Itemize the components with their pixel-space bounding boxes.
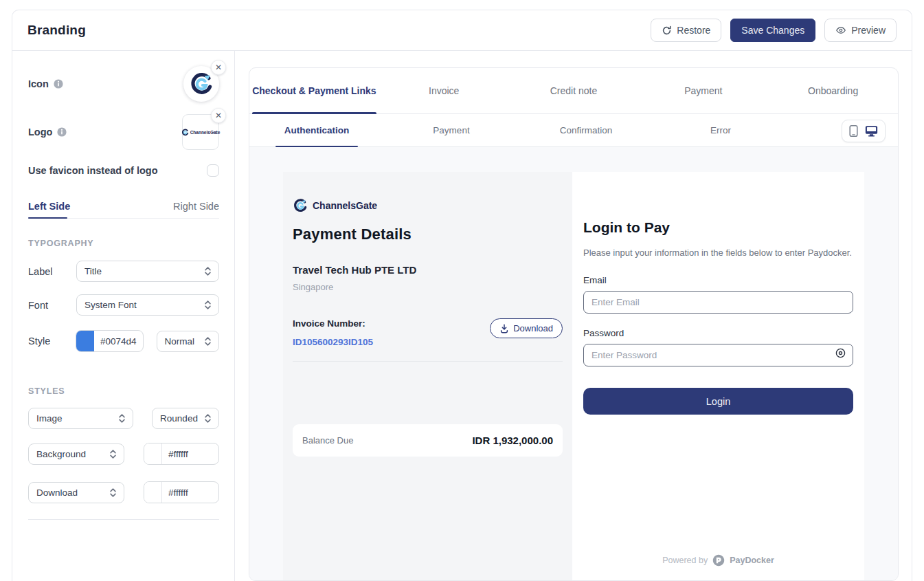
label-select[interactable]: Title <box>76 261 219 282</box>
paydocker-brand-text: PayDocker <box>730 556 774 565</box>
style-row: Style #0074d4 Normal <box>28 330 219 352</box>
font-weight-value: Normal <box>165 336 195 347</box>
email-label: Email <box>583 275 853 285</box>
tab-checkout-payment-links[interactable]: Checkout & Payment Links <box>249 68 379 113</box>
brand-logo-text: ChannelsGate <box>190 130 221 135</box>
email-input[interactable] <box>583 291 853 314</box>
tab-onboarding[interactable]: Onboarding <box>768 68 898 113</box>
chevron-updown-icon <box>109 449 117 459</box>
password-input[interactable] <box>583 344 853 366</box>
tab-right-side[interactable]: Right Side <box>124 201 219 218</box>
background-color-value: #ffffff <box>162 449 194 459</box>
subtab-payment[interactable]: Payment <box>384 114 519 146</box>
branding-app-window: Branding Restore Save Changes Preview <box>12 10 912 581</box>
chevron-updown-icon <box>109 487 117 498</box>
login-title: Login to Pay <box>583 219 853 236</box>
typography-heading: TYPOGRAPHY <box>28 239 219 248</box>
image-style-row: Image Rounded <box>28 408 219 429</box>
info-icon <box>57 127 67 137</box>
font-select[interactable]: System Font <box>76 294 219 316</box>
checkout-preview: ChannelsGate Payment Details Travel Tech… <box>283 172 864 580</box>
toggle-password-visibility-button[interactable] <box>835 347 846 359</box>
use-favicon-checkbox[interactable] <box>207 164 219 177</box>
download-color-picker[interactable]: #ffffff <box>144 481 219 503</box>
mobile-view-button[interactable] <box>849 124 858 138</box>
invoice-info: Invoice Number: ID105600293ID105 <box>293 318 373 347</box>
page-title: Branding <box>27 23 86 38</box>
download-icon <box>499 324 509 333</box>
remove-logo-button[interactable]: ✕ <box>211 108 226 123</box>
login-panel: Login to Pay Please input your informati… <box>572 172 864 580</box>
invoice-row: Invoice Number: ID105600293ID105 Downloa… <box>293 318 563 347</box>
preview-button-label: Preview <box>851 25 886 36</box>
page-type-tabs: Checkout & Payment Links Invoice Credit … <box>249 68 898 114</box>
chevron-updown-icon <box>204 266 212 276</box>
sidebar-divider <box>28 519 219 520</box>
chevron-updown-icon <box>204 413 212 424</box>
channelsgate-g-icon-small <box>181 129 189 136</box>
label-select-value: Title <box>84 266 102 276</box>
save-changes-label: Save Changes <box>741 25 804 36</box>
tab-left-side[interactable]: Left Side <box>28 201 124 218</box>
font-row: Font System Font <box>28 294 219 316</box>
color-swatch[interactable] <box>144 443 162 464</box>
color-swatch[interactable] <box>144 482 162 503</box>
preview-panel-card: Checkout & Payment Links Invoice Credit … <box>249 67 899 581</box>
image-style-select[interactable]: Image <box>28 408 133 429</box>
password-label: Password <box>583 328 853 338</box>
main-content: Checkout & Payment Links Invoice Credit … <box>235 51 912 581</box>
download-style-select[interactable]: Download <box>28 482 124 503</box>
tab-invoice[interactable]: Invoice <box>379 68 509 113</box>
close-icon: ✕ <box>215 63 222 72</box>
download-color-value: #ffffff <box>162 487 194 498</box>
desktop-view-button[interactable] <box>865 125 878 137</box>
color-swatch[interactable] <box>76 331 94 351</box>
image-shape-value: Rounded <box>160 413 198 424</box>
merchant-name: Travel Tech Hub PTE LTD <box>293 264 563 276</box>
tab-credit-note[interactable]: Credit note <box>509 68 639 113</box>
font-field-label: Font <box>28 300 76 311</box>
image-shape-select[interactable]: Rounded <box>152 408 219 429</box>
subtab-authentication[interactable]: Authentication <box>249 114 384 146</box>
favicon-toggle-row: Use favicon instead of logo <box>28 164 219 177</box>
icon-label-text: Icon <box>28 78 49 89</box>
background-color-picker[interactable]: #ffffff <box>144 443 219 465</box>
logo-upload-preview[interactable]: ChannelsGate ✕ <box>182 114 219 150</box>
eye-icon <box>835 347 846 359</box>
background-style-row: Background #ffffff <box>28 443 219 465</box>
font-weight-select[interactable]: Normal <box>157 331 219 352</box>
desktop-icon <box>865 125 878 137</box>
restore-button-label: Restore <box>677 25 710 36</box>
icon-label: Icon <box>28 78 63 89</box>
side-panel-tabs: Left Side Right Side <box>28 201 219 219</box>
style-color-value: #0074d4 <box>94 336 143 347</box>
invoice-divider <box>293 361 563 362</box>
subtab-error[interactable]: Error <box>653 114 788 146</box>
download-invoice-button[interactable]: Download <box>490 318 563 338</box>
header-actions: Restore Save Changes Preview <box>651 19 897 42</box>
merchant-location: Singapore <box>293 282 563 292</box>
chevron-updown-icon <box>118 413 126 424</box>
remove-icon-button[interactable]: ✕ <box>211 60 226 75</box>
style-color-picker[interactable]: #0074d4 <box>76 330 143 352</box>
powered-by-footer: Powered by PayDocker <box>583 554 853 571</box>
download-style-value: Download <box>36 487 78 498</box>
icon-upload-preview[interactable]: ✕ <box>183 66 219 102</box>
password-field-wrap <box>583 338 853 366</box>
login-subtitle: Please input your information in the fie… <box>583 248 853 258</box>
background-style-select[interactable]: Background <box>28 443 124 465</box>
tab-payment[interactable]: Payment <box>638 68 768 113</box>
invoice-number-link[interactable]: ID105600293ID105 <box>293 337 373 347</box>
save-changes-button[interactable]: Save Changes <box>730 19 815 42</box>
balance-due-card: Balance Due IDR 1,932,000.00 <box>293 424 563 457</box>
device-preview-toggle <box>842 120 886 142</box>
restore-button[interactable]: Restore <box>651 19 721 42</box>
screen-subtabs: Authentication Payment Confirmation Erro… <box>249 114 898 147</box>
font-select-value: System Font <box>84 300 137 310</box>
checkout-preview-area: ChannelsGate Payment Details Travel Tech… <box>249 147 898 580</box>
preview-button[interactable]: Preview <box>824 19 897 42</box>
channelsgate-g-icon <box>189 72 214 96</box>
info-icon <box>54 79 63 89</box>
subtab-confirmation[interactable]: Confirmation <box>519 114 653 146</box>
login-button[interactable]: Login <box>583 388 853 415</box>
